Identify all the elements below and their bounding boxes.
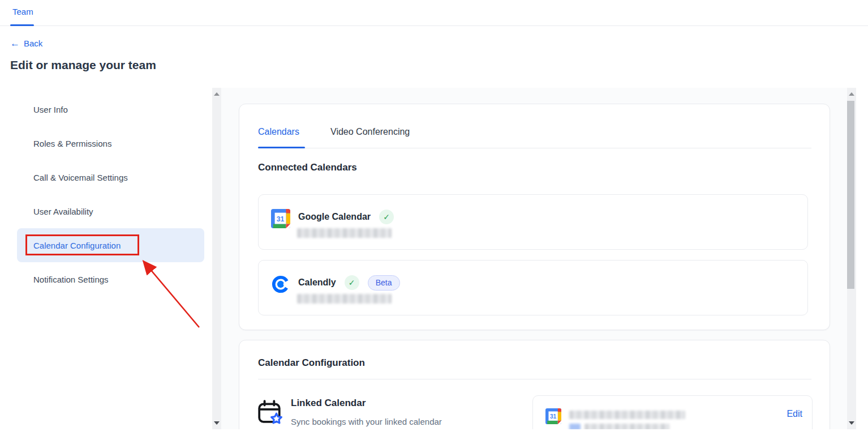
calendar-configuration-heading: Calendar Configuration xyxy=(258,357,365,369)
google-calendar-icon xyxy=(271,209,290,228)
sidebar-scrollbar[interactable] xyxy=(212,88,221,429)
tab-calendars[interactable]: Calendars xyxy=(258,127,299,137)
provider-card-calendly: Calendly ✓ Beta xyxy=(258,260,808,315)
redacted-chip xyxy=(569,424,581,429)
scroll-up-arrow-icon[interactable] xyxy=(849,92,854,96)
calendar-star-icon xyxy=(257,399,283,425)
sidebar-item-user-info[interactable]: User Info xyxy=(17,92,204,126)
google-calendar-icon xyxy=(545,408,561,424)
settings-sidebar: User Info Roles & Permissions Call & Voi… xyxy=(0,88,212,429)
redacted-secondary-row xyxy=(569,424,669,429)
beta-badge: Beta xyxy=(368,275,400,291)
sidebar-item-label: Roles & Permissions xyxy=(33,139,111,148)
provider-title-row: Google Calendar ✓ xyxy=(298,208,394,225)
redacted-text xyxy=(585,424,669,429)
sidebar-item-label: Notification Settings xyxy=(33,275,109,284)
tab-team-active-underline xyxy=(10,24,34,26)
connected-calendars-heading: Connected Calendars xyxy=(258,162,357,173)
scrollbar-thumb[interactable] xyxy=(847,101,854,289)
tab-team[interactable]: Team xyxy=(12,7,33,16)
linked-calendar-value-card: Edit xyxy=(532,395,813,429)
sidebar-nav: User Info Roles & Permissions Call & Voi… xyxy=(0,92,212,296)
provider-name: Calendly xyxy=(298,278,336,288)
scroll-up-arrow-icon[interactable] xyxy=(214,92,220,96)
calendars-card: Calendars Video Conferencing Connected C… xyxy=(239,104,830,330)
sidebar-item-call-voicemail-settings[interactable]: Call & Voicemail Settings xyxy=(17,160,204,194)
check-icon: ✓ xyxy=(345,275,359,290)
sidebar-item-label: Call & Voicemail Settings xyxy=(33,173,128,182)
sidebar-item-roles-permissions[interactable]: Roles & Permissions xyxy=(17,126,204,160)
sidebar-item-label: User Availability xyxy=(33,207,93,216)
tab-divider xyxy=(258,148,811,148)
provider-title-row: Calendly ✓ Beta xyxy=(298,274,400,291)
sidebar-item-label: Calendar Configuration xyxy=(33,241,121,250)
back-label: Back xyxy=(24,39,42,48)
check-icon: ✓ xyxy=(379,210,394,224)
sidebar-item-notification-settings[interactable]: Notification Settings xyxy=(17,262,204,296)
top-bar: Team xyxy=(0,0,868,26)
sidebar-item-label: User Info xyxy=(33,105,68,114)
back-button[interactable]: ← Back xyxy=(10,39,42,48)
back-arrow-icon: ← xyxy=(10,39,20,48)
main-scrollbar[interactable] xyxy=(847,88,856,429)
scroll-down-arrow-icon[interactable] xyxy=(214,421,220,425)
sidebar-item-calendar-configuration[interactable]: Calendar Configuration xyxy=(17,228,204,262)
main-panel: Calendars Video Conferencing Connected C… xyxy=(221,88,847,429)
redacted-calendar-name xyxy=(569,411,685,419)
scroll-down-arrow-icon[interactable] xyxy=(849,421,854,425)
linked-calendar-title: Linked Calendar xyxy=(291,398,366,409)
edit-linked-calendar-button[interactable]: Edit xyxy=(787,409,802,419)
section-divider xyxy=(258,379,811,379)
redacted-email xyxy=(297,228,392,238)
page-title: Edit or manage your team xyxy=(10,58,156,72)
redacted-email xyxy=(297,294,392,304)
sidebar-item-user-availability[interactable]: User Availability xyxy=(17,194,204,228)
provider-name: Google Calendar xyxy=(298,212,371,222)
calendar-configuration-card: Calendar Configuration Linked Calendar S… xyxy=(239,340,830,429)
tab-calendars-active-underline xyxy=(258,147,305,148)
calendly-icon xyxy=(271,275,290,294)
tab-video-conferencing[interactable]: Video Conferencing xyxy=(330,127,410,137)
provider-card-google-calendar: Google Calendar ✓ xyxy=(258,194,808,250)
linked-calendar-description: Sync bookings with your linked calendar xyxy=(291,417,442,426)
